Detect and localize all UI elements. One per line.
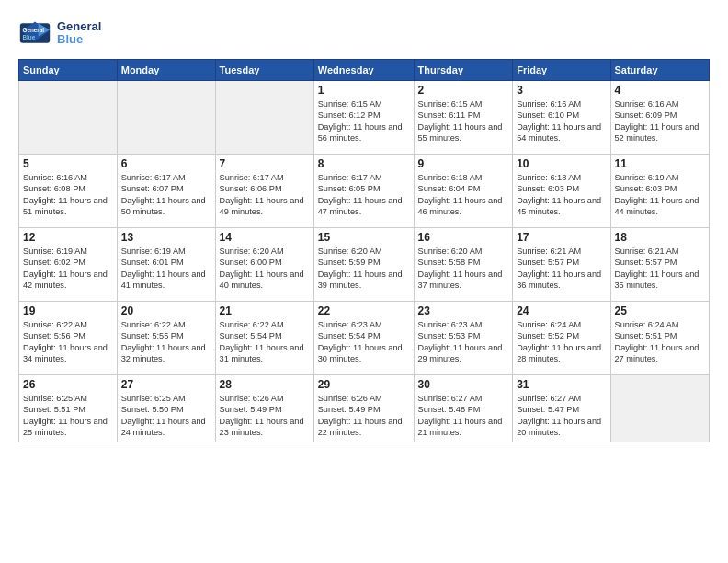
day-info: Sunrise: 6:20 AMSunset: 6:00 PMDaylight:…	[220, 246, 310, 292]
daylight-label: Daylight: 11 hours and 42 minutes.	[23, 270, 108, 290]
sunset-label: Sunset: 5:49 PM	[318, 405, 381, 414]
daylight-label: Daylight: 11 hours and 54 minutes.	[517, 122, 601, 143]
daylight-label: Daylight: 11 hours and 37 minutes.	[418, 270, 503, 290]
sunrise-label: Sunrise: 6:19 AM	[615, 173, 679, 182]
day-number: 29	[318, 378, 410, 391]
day-cell-20: 20Sunrise: 6:22 AMSunset: 5:55 PMDayligh…	[117, 302, 215, 375]
day-info: Sunrise: 6:20 AMSunset: 5:59 PMDaylight:…	[318, 246, 410, 292]
day-number: 12	[23, 231, 113, 244]
sunset-label: Sunset: 5:57 PM	[517, 258, 579, 267]
weekday-header-wednesday: Wednesday	[313, 60, 414, 81]
day-info: Sunrise: 6:22 AMSunset: 5:56 PMDaylight:…	[23, 319, 113, 365]
sunrise-label: Sunrise: 6:23 AM	[418, 320, 483, 329]
day-info: Sunrise: 6:21 AMSunset: 5:57 PMDaylight:…	[517, 246, 606, 292]
day-info: Sunrise: 6:23 AMSunset: 5:53 PMDaylight:…	[418, 319, 509, 365]
day-number: 13	[121, 231, 211, 244]
day-number: 21	[220, 304, 310, 317]
day-cell-16: 16Sunrise: 6:20 AMSunset: 5:58 PMDayligh…	[414, 228, 513, 302]
day-cell-21: 21Sunrise: 6:22 AMSunset: 5:54 PMDayligh…	[215, 302, 313, 375]
day-info: Sunrise: 6:24 AMSunset: 5:51 PMDaylight:…	[615, 319, 706, 365]
logo-text-general: General	[57, 20, 101, 33]
daylight-label: Daylight: 11 hours and 47 minutes.	[318, 196, 403, 216]
empty-cell	[215, 81, 313, 155]
daylight-label: Daylight: 11 hours and 30 minutes.	[318, 343, 403, 363]
sunset-label: Sunset: 6:11 PM	[418, 110, 481, 120]
weekday-header-monday: Monday	[117, 60, 215, 81]
sunrise-label: Sunrise: 6:27 AM	[418, 394, 483, 403]
weekday-header-tuesday: Tuesday	[215, 60, 313, 81]
weekday-header-saturday: Saturday	[610, 60, 710, 81]
sunrise-label: Sunrise: 6:20 AM	[318, 247, 382, 256]
day-info: Sunrise: 6:21 AMSunset: 5:57 PMDaylight:…	[615, 246, 706, 292]
sunrise-label: Sunrise: 6:18 AM	[517, 173, 581, 182]
day-cell-24: 24Sunrise: 6:24 AMSunset: 5:52 PMDayligh…	[513, 302, 610, 375]
week-row-1: 1Sunrise: 6:15 AMSunset: 6:12 PMDaylight…	[19, 81, 710, 155]
day-number: 23	[418, 304, 509, 317]
empty-cell	[610, 375, 710, 442]
sunset-label: Sunset: 5:53 PM	[418, 331, 481, 340]
daylight-label: Daylight: 11 hours and 31 minutes.	[220, 343, 304, 363]
day-info: Sunrise: 6:15 AMSunset: 6:12 PMDaylight:…	[318, 98, 410, 144]
day-cell-22: 22Sunrise: 6:23 AMSunset: 5:54 PMDayligh…	[313, 302, 414, 375]
day-info: Sunrise: 6:15 AMSunset: 6:11 PMDaylight:…	[418, 98, 509, 144]
day-cell-25: 25Sunrise: 6:24 AMSunset: 5:51 PMDayligh…	[610, 302, 710, 375]
day-info: Sunrise: 6:17 AMSunset: 6:06 PMDaylight:…	[220, 172, 310, 218]
daylight-label: Daylight: 11 hours and 55 minutes.	[418, 122, 503, 143]
sunset-label: Sunset: 6:00 PM	[220, 258, 282, 267]
day-cell-2: 2Sunrise: 6:15 AMSunset: 6:11 PMDaylight…	[414, 81, 513, 155]
sunset-label: Sunset: 5:49 PM	[220, 405, 282, 414]
week-row-4: 19Sunrise: 6:22 AMSunset: 5:56 PMDayligh…	[19, 302, 710, 375]
week-row-3: 12Sunrise: 6:19 AMSunset: 6:02 PMDayligh…	[19, 228, 710, 302]
day-info: Sunrise: 6:19 AMSunset: 6:01 PMDaylight:…	[121, 246, 211, 292]
sunset-label: Sunset: 5:55 PM	[121, 331, 184, 340]
sunrise-label: Sunrise: 6:16 AM	[517, 99, 581, 109]
day-info: Sunrise: 6:20 AMSunset: 5:58 PMDaylight:…	[418, 246, 509, 292]
sunset-label: Sunset: 5:48 PM	[418, 405, 481, 414]
sunrise-label: Sunrise: 6:24 AM	[615, 320, 679, 329]
day-cell-12: 12Sunrise: 6:19 AMSunset: 6:02 PMDayligh…	[19, 228, 118, 302]
logo-text-blue: Blue	[57, 33, 101, 46]
svg-text:General: General	[23, 27, 45, 33]
week-row-5: 26Sunrise: 6:25 AMSunset: 5:51 PMDayligh…	[19, 375, 710, 442]
sunrise-label: Sunrise: 6:26 AM	[318, 394, 382, 403]
sunrise-label: Sunrise: 6:17 AM	[220, 173, 284, 182]
sunset-label: Sunset: 6:09 PM	[615, 110, 677, 120]
day-cell-3: 3Sunrise: 6:16 AMSunset: 6:10 PMDaylight…	[513, 81, 610, 155]
sunrise-label: Sunrise: 6:18 AM	[418, 173, 483, 182]
day-number: 18	[615, 231, 706, 244]
sunset-label: Sunset: 5:59 PM	[318, 258, 381, 267]
sunset-label: Sunset: 6:07 PM	[121, 184, 184, 193]
day-info: Sunrise: 6:23 AMSunset: 5:54 PMDaylight:…	[318, 319, 410, 365]
day-cell-31: 31Sunrise: 6:27 AMSunset: 5:47 PMDayligh…	[513, 375, 610, 442]
sunrise-label: Sunrise: 6:19 AM	[23, 247, 87, 256]
page: General Blue General Blue SundayMondayTu…	[0, 0, 728, 563]
daylight-label: Daylight: 11 hours and 34 minutes.	[23, 343, 108, 363]
sunrise-label: Sunrise: 6:15 AM	[418, 99, 483, 109]
weekday-header-friday: Friday	[513, 60, 610, 81]
day-cell-15: 15Sunrise: 6:20 AMSunset: 5:59 PMDayligh…	[313, 228, 414, 302]
day-number: 15	[318, 231, 410, 244]
daylight-label: Daylight: 11 hours and 56 minutes.	[318, 122, 403, 143]
daylight-label: Daylight: 11 hours and 24 minutes.	[121, 417, 206, 437]
sunset-label: Sunset: 6:10 PM	[517, 110, 579, 120]
daylight-label: Daylight: 11 hours and 29 minutes.	[418, 343, 503, 363]
daylight-label: Daylight: 11 hours and 45 minutes.	[517, 196, 601, 216]
sunset-label: Sunset: 5:54 PM	[220, 331, 282, 340]
day-cell-7: 7Sunrise: 6:17 AMSunset: 6:06 PMDaylight…	[215, 155, 313, 228]
daylight-label: Daylight: 11 hours and 46 minutes.	[418, 196, 503, 216]
sunset-label: Sunset: 6:03 PM	[517, 184, 579, 193]
day-cell-4: 4Sunrise: 6:16 AMSunset: 6:09 PMDaylight…	[610, 81, 710, 155]
sunrise-label: Sunrise: 6:26 AM	[220, 394, 284, 403]
day-cell-30: 30Sunrise: 6:27 AMSunset: 5:48 PMDayligh…	[414, 375, 513, 442]
empty-cell	[19, 81, 118, 155]
daylight-label: Daylight: 11 hours and 36 minutes.	[517, 270, 601, 290]
day-cell-17: 17Sunrise: 6:21 AMSunset: 5:57 PMDayligh…	[513, 228, 610, 302]
day-info: Sunrise: 6:17 AMSunset: 6:05 PMDaylight:…	[318, 172, 410, 218]
day-info: Sunrise: 6:16 AMSunset: 6:08 PMDaylight:…	[23, 172, 113, 218]
daylight-label: Daylight: 11 hours and 51 minutes.	[23, 196, 108, 216]
day-cell-23: 23Sunrise: 6:23 AMSunset: 5:53 PMDayligh…	[414, 302, 513, 375]
day-number: 7	[220, 157, 310, 170]
sunrise-label: Sunrise: 6:24 AM	[517, 320, 581, 329]
daylight-label: Daylight: 11 hours and 50 minutes.	[121, 196, 206, 216]
day-cell-28: 28Sunrise: 6:26 AMSunset: 5:49 PMDayligh…	[215, 375, 313, 442]
